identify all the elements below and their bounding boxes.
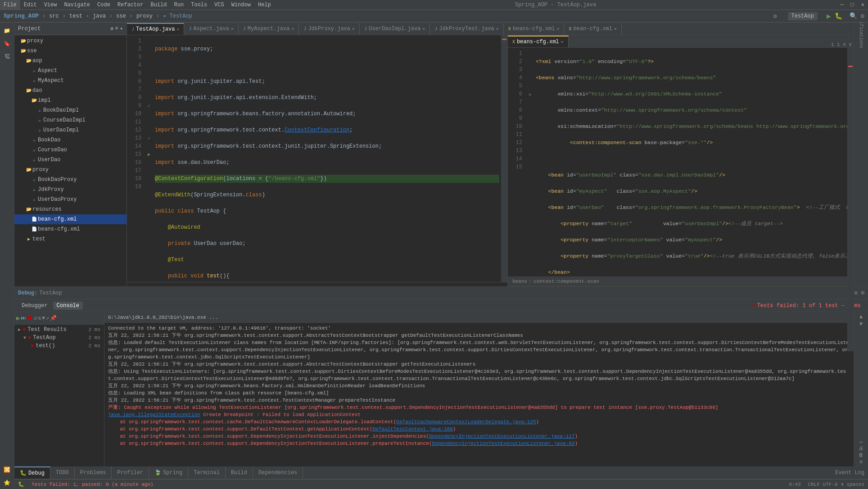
menu-item-view[interactable]: View [41,0,61,9]
tab-jdkproxy[interactable]: J JdkProxy.java ✕ [299,23,360,35]
tab-close-aspect[interactable]: ✕ [231,26,234,32]
path-test[interactable]: test [69,13,82,19]
test-results-header[interactable]: ▶ ● Test Results 2 ms [14,326,104,334]
tree-item-test[interactable]: ▶ test [14,234,127,244]
tree-item-userdaoproxy[interactable]: ☕ UserDaoProxy [14,195,127,204]
git-icon[interactable]: 🔀 [1,463,14,476]
toolbar-settings2-icon[interactable]: ⚙ [861,12,864,20]
debug-filter-icon[interactable]: ▼ [42,315,45,321]
ctx-link[interactable]: DefaultTestContext.java:108 [373,426,453,432]
debug-export-icon[interactable]: ↗ [46,315,49,321]
menu-item-vcs[interactable]: VCS [211,0,228,9]
tab-close-beans-cfg[interactable]: ✕ [556,26,559,32]
close-button[interactable]: ✕ [858,0,868,9]
tree-item-aspect[interactable]: ☕ Aspect [14,66,127,76]
tree-item-coursedao[interactable]: ☕ CourseDao [14,145,127,155]
tab-userdaoimpl[interactable]: J UserDaoImpl.java ✕ [360,23,430,35]
tab-close[interactable]: ✕ [561,39,564,45]
menu-item-file[interactable]: File [0,0,20,9]
debug-stop-icon[interactable]: ⏹ [27,315,32,321]
toolbar-settings-icon[interactable]: ⚙ [773,13,777,20]
menu-item-run[interactable]: Run [170,0,187,9]
clear-icon[interactable]: 🗑 [859,452,863,458]
path-proxy[interactable]: proxy [136,13,153,19]
inject-link[interactable]: DependencyInjectionTestExecutionListener… [429,434,574,439]
menu-item-refactor[interactable]: Refactor [114,0,147,9]
tab-dependencies[interactable]: Dependencies [253,466,303,479]
toolbar-run-config[interactable]: TestAop [788,12,818,20]
print-icon[interactable]: 🖨 [859,445,863,451]
tree-item-proxy2[interactable]: 📂 proxy [14,165,127,175]
left-editor-content[interactable]: 12345 678910 1112131415 16171819 [127,35,507,282]
menu-item-build[interactable]: Build [147,0,170,9]
tab-profiler[interactable]: Profiler [112,466,149,479]
tab-jdkproxytest[interactable]: J JdkProxyTest.java ✕ [430,23,503,35]
code-area-left[interactable]: package sse.proxy; import org.junit.jupi… [153,35,501,282]
wrap-icon[interactable]: ↵ [859,439,863,444]
tree-item-bean-cfg-xml[interactable]: 📄 bean-cfg.xml [14,214,127,224]
debug-resume-icon[interactable]: ▶ [16,314,20,322]
code-area-right[interactable]: <?xml version="1.0" encoding="UTF-8"?> <… [534,48,847,276]
debug-pin-icon[interactable]: 📌 [50,315,57,321]
menu-item-window[interactable]: Window [228,0,254,9]
project-icon[interactable]: 📁 [1,24,14,37]
tab-todo[interactable]: TODO [50,466,75,479]
filter-icon[interactable]: ⚙ [859,459,863,465]
tab-beans-cfg-xml[interactable]: X beans-cfg.xml ✕ [504,23,565,35]
tree-item-bookdaoimpl[interactable]: ☕ BookDaoImpl [14,105,127,115]
tab-spring[interactable]: 🍃 Spring [149,466,188,479]
path-file[interactable]: ✦ TestAop [163,13,192,19]
debug-sort-icon[interactable]: ⇅ [38,315,41,321]
debug-rerun-icon[interactable]: ↺ [33,315,36,321]
menu-item-tools[interactable]: Tools [187,0,211,9]
tree-item-dao[interactable]: 📂 dao [14,86,127,95]
tab-build[interactable]: Build [226,466,253,479]
console-scroll-bar[interactable] [847,312,854,351]
tree-item-userdao[interactable]: ☕ UserDao [14,155,127,165]
tab-close-jdkproxy[interactable]: ✕ [352,26,355,32]
menu-item-help[interactable]: Help [254,0,275,9]
console-output[interactable]: Connected to the target VM, address: '12… [104,323,854,466]
tab-close-userdaoimpl[interactable]: ✕ [422,26,425,32]
debug-run-button[interactable]: 🐛 [835,12,842,20]
tree-item-impl[interactable]: 📂 impl [14,95,127,105]
tree-item-aop[interactable]: 📂 aop [14,56,127,66]
tree-item-proxy[interactable]: 📂 proxy [14,36,127,46]
tab-myaspect[interactable]: J MyAspect.java ✕ [239,23,299,35]
tab-beans-cfg-xml-right[interactable]: X beans-cfg.xml ✕ [508,36,569,47]
menu-item-edit[interactable]: Edit [20,0,41,9]
tab-bean-cfg-xml[interactable]: X bean-cfg.xml ✕ [564,23,621,35]
tree-item-bookdao[interactable]: ☕ BookDao [14,135,127,145]
tab-debug[interactable]: 🐛 Debug [14,466,50,479]
structure-icon[interactable]: 🏗 [1,50,14,63]
tree-item-jdkproxy[interactable]: ☕ JdkProxy [14,185,127,195]
notifications-icon[interactable]: Notifications [855,24,868,37]
illegal-state-link[interactable]: java.lang.IllegalStateException [108,412,200,417]
tab-terminal[interactable]: Terminal [188,466,226,479]
favorites-icon[interactable]: ⭐ [1,476,14,489]
tab-close-testaop[interactable]: ✕ [176,27,179,32]
tab-testaop[interactable]: J TestAop.java ✕ [127,23,184,35]
test-testapp-item[interactable]: ▼ ● TestAop 2 ms [14,334,104,342]
tab-close-myaspect[interactable]: ✕ [291,26,294,32]
tab-problems[interactable]: Problems [75,466,112,479]
prepare-link[interactable]: DependencyInjectionTestExecutionListener… [432,441,575,446]
debug-layout-icon[interactable]: ⊞ [861,290,864,296]
test-method-item[interactable]: ● test() 2 ms [14,342,104,350]
scroll-down-icon[interactable]: ▼ [859,321,863,327]
scroll-up-icon[interactable]: ▲ [859,314,863,320]
tab-aspect[interactable]: J Aspect.java ✕ [184,23,238,35]
right-editor-content[interactable]: 12345 678910 1112131415 [508,48,854,276]
tab-close-bean-cfg[interactable]: ✕ [614,26,617,32]
debug-icon-status[interactable]: 🐛 [18,481,24,487]
run-button[interactable]: ▶ [827,12,831,21]
debug-settings-icon[interactable]: ⚙ [854,290,858,296]
tree-item-myaspect[interactable]: ☕ MyAspect [14,76,127,86]
event-log-link[interactable]: Event Log [832,470,868,476]
tree-item-resources[interactable]: 📂 resources [14,204,127,214]
minimize-button[interactable]: ─ [836,0,847,9]
tab-close-jdkproxytest[interactable]: ✕ [496,26,499,32]
menu-item-navigate[interactable]: Navigate [60,0,94,9]
tree-item-coursedaoimpl[interactable]: ☕ CourseDaoImpl [14,115,127,125]
debug-step-icon[interactable]: ⏭ [21,315,26,321]
